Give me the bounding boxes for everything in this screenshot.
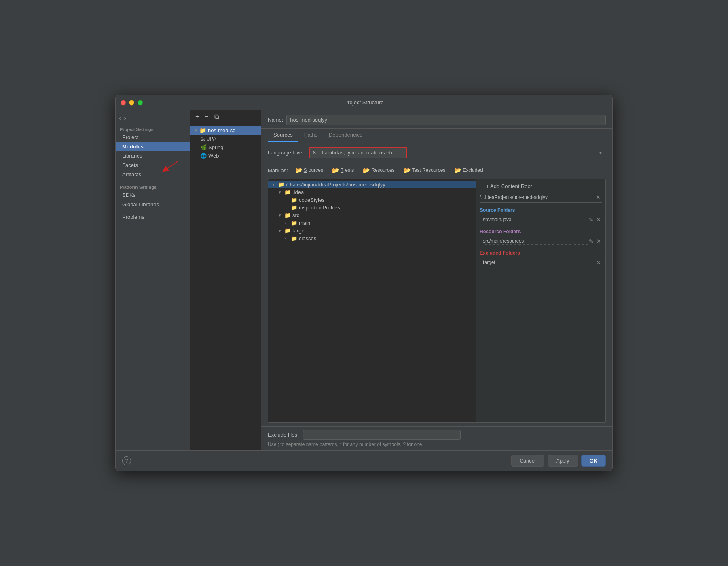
exclude-files-input[interactable]: [303, 430, 461, 440]
tree-panel-split: ▼ 📁 /Users/linjian/IdeaProjects/hos-med-…: [261, 179, 612, 426]
platform-settings-section: Platform Settings: [116, 182, 190, 190]
language-level-label: Language level:: [268, 150, 305, 156]
cancel-button[interactable]: Cancel: [511, 455, 544, 467]
sidebar-item-libraries[interactable]: Libraries: [116, 151, 190, 161]
apply-button[interactable]: Apply: [548, 455, 578, 467]
select-arrow-icon: ▼: [599, 150, 603, 155]
maximize-button[interactable]: [138, 100, 143, 105]
sidebar-item-sdks[interactable]: SDKs: [116, 190, 190, 200]
module-item-root[interactable]: ▼ 📁 hos-med-sd: [190, 126, 261, 135]
mark-tests-button[interactable]: 📂 Tests: [329, 166, 357, 175]
module-tree: ▼ 📁 hos-med-sd 🗂 JPA 🌿 Spring 🌐 Web: [190, 124, 261, 450]
remove-excluded-folder-button[interactable]: ✕: [595, 259, 602, 266]
mark-test-resources-button[interactable]: 📂 Test Resources: [400, 166, 449, 175]
bottom-bar: Exclude files: Use ; to separate name pa…: [261, 426, 612, 450]
file-tree-idea[interactable]: ▼ 📁 .idea: [268, 188, 476, 196]
language-level-select[interactable]: 8 – Lambdas, type annotations etc.: [309, 147, 407, 158]
sidebar-nav: ‹ ›: [116, 113, 190, 125]
sidebar-item-modules[interactable]: Modules: [116, 142, 190, 151]
back-arrow[interactable]: ‹: [119, 115, 121, 121]
sidebar-item-problems[interactable]: Problems: [116, 212, 190, 222]
sidebar-item-artifacts[interactable]: Artifacts: [116, 170, 190, 179]
classes-folder-icon: 📁: [291, 235, 297, 241]
codestyles-label: codeStyles: [299, 197, 325, 203]
target-chevron-icon: ▼: [278, 228, 283, 233]
right-panel-close-button[interactable]: ✕: [594, 194, 602, 201]
inspection-profiles-label: inspectionProfiles: [299, 205, 340, 211]
classes-label: classes: [299, 235, 316, 241]
idea-chevron-icon: ▼: [278, 190, 283, 194]
main-chevron-icon: ›: [284, 221, 289, 225]
file-tree-classes[interactable]: › 📁 classes: [268, 234, 476, 242]
ok-button[interactable]: OK: [581, 455, 606, 467]
copy-module-button[interactable]: ⧉: [213, 112, 220, 121]
module-name: hos-med-sd: [208, 127, 236, 133]
sidebar: ‹ › Project Settings Project Modules Lib…: [116, 110, 190, 450]
file-tree-codestyles[interactable]: 📁 codeStyles: [268, 196, 476, 204]
excluded-folders-title: Excluded Folders: [480, 250, 602, 256]
minimize-button[interactable]: [129, 100, 134, 105]
tab-dependencies[interactable]: Dependencies: [323, 129, 368, 142]
exclude-files-row: Exclude files:: [268, 430, 606, 440]
file-tree-src[interactable]: ▼ 📁 src: [268, 211, 476, 219]
sidebar-item-facets[interactable]: Facets: [116, 161, 190, 170]
sidebar-item-global-libraries[interactable]: Global Libraries: [116, 200, 190, 209]
idea-folder-icon: 📁: [284, 189, 291, 195]
traffic-lights: [121, 100, 143, 105]
source-folders-title: Source Folders: [480, 207, 602, 213]
classes-chevron-icon: ›: [284, 236, 289, 241]
remove-source-folder-button[interactable]: ✕: [595, 216, 602, 223]
edit-resource-folder-button[interactable]: ✎: [588, 238, 595, 245]
footer-right: Cancel Apply OK: [511, 455, 606, 467]
module-item-jpa[interactable]: 🗂 JPA: [190, 135, 261, 143]
right-panel-path-header: /...IdeaProjects/hos-med-sdqlyy ✕: [480, 192, 602, 203]
project-settings-section: Project Settings: [116, 125, 190, 133]
resource-folder-actions: ✎ ✕: [588, 238, 602, 245]
add-content-root-button[interactable]: + + Add Content Root: [480, 182, 602, 190]
module-item-spring[interactable]: 🌿 Spring: [190, 143, 261, 152]
file-tree-target[interactable]: ▼ 📁 target: [268, 227, 476, 234]
close-button[interactable]: [121, 100, 126, 105]
dialog-footer: ? Cancel Apply OK: [116, 450, 612, 471]
name-input[interactable]: [286, 115, 606, 125]
tab-paths[interactable]: Paths: [298, 129, 323, 142]
content-area: Name: Sources Paths Dependencies Languag…: [261, 110, 612, 450]
help-button[interactable]: ?: [122, 456, 131, 465]
remove-module-button[interactable]: −: [203, 112, 210, 121]
title-bar: Project Structure: [116, 95, 612, 110]
mark-as-row: Mark as: 📂 Sources 📂 Tests 📂 Resources 📂…: [261, 163, 612, 179]
forward-arrow[interactable]: ›: [124, 115, 126, 121]
sidebar-item-project[interactable]: Project: [116, 133, 190, 142]
window-title: Project Structure: [345, 99, 384, 106]
main-folder-icon: 📁: [291, 220, 297, 226]
inspection-profiles-folder-icon: 📁: [291, 205, 297, 211]
mark-resources-button[interactable]: 📂 Resources: [360, 166, 398, 175]
idea-label: .idea: [292, 189, 304, 195]
add-module-button[interactable]: +: [194, 112, 201, 121]
source-folder-path: src/main/java: [483, 217, 588, 223]
module-item-web[interactable]: 🌐 Web: [190, 152, 261, 160]
footer-left: ?: [122, 456, 131, 465]
excluded-folder-path: target: [483, 260, 595, 266]
edit-source-folder-button[interactable]: ✎: [588, 216, 595, 223]
file-tree-inspection-profiles[interactable]: 📁 inspectionProfiles: [268, 204, 476, 211]
src-folder-icon: 📁: [284, 212, 291, 218]
file-tree-root[interactable]: ▼ 📁 /Users/linjian/IdeaProjects/hos-med-…: [268, 181, 476, 188]
resource-folders-title: Resource Folders: [480, 229, 602, 234]
exclude-files-hint: Use ; to separate name patterns, * for a…: [268, 441, 606, 447]
mark-sources-button[interactable]: 📂 Sources: [292, 166, 326, 175]
file-tree-main[interactable]: › 📁 main: [268, 219, 476, 227]
remove-resource-folder-button[interactable]: ✕: [595, 238, 602, 245]
test-resources-folder-icon: 📂: [404, 167, 411, 173]
source-folder-actions: ✎ ✕: [588, 216, 602, 223]
add-content-root-label: + Add Content Root: [486, 183, 532, 189]
src-chevron-icon: ▼: [278, 213, 283, 218]
excluded-folder-actions: ✕: [595, 259, 602, 266]
src-label: src: [292, 212, 299, 218]
language-level-select-wrapper: 8 – Lambdas, type annotations etc. ▼: [309, 147, 606, 158]
tab-sources[interactable]: Sources: [268, 129, 298, 142]
root-chevron-icon: ▼: [271, 182, 276, 187]
resources-folder-icon: 📂: [363, 167, 370, 173]
right-panel-path-text: /...IdeaProjects/hos-med-sdqlyy: [480, 194, 594, 200]
mark-excluded-button[interactable]: 📂 Excluded: [451, 166, 486, 175]
